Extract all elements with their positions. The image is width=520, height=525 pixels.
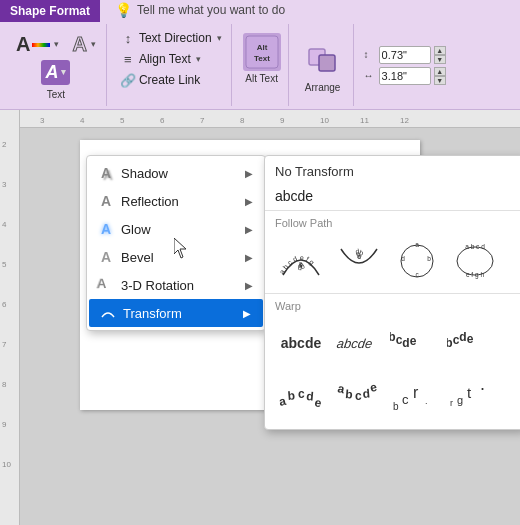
- create-link-button[interactable]: 🔗 Create Link: [115, 70, 227, 90]
- text-outline-caret: ▾: [91, 39, 96, 49]
- reflection-icon: A: [97, 192, 115, 210]
- shadow-icon: A: [97, 164, 115, 182]
- bevel-label: Bevel: [121, 250, 154, 265]
- menu-item-glow[interactable]: A Glow ▶: [87, 215, 265, 243]
- text-outline-a: A: [72, 33, 86, 56]
- menu-item-transform[interactable]: Transform ▶: [89, 299, 263, 327]
- svg-text:abcde: abcde: [390, 330, 417, 350]
- width-up-arrow[interactable]: ▲: [434, 46, 446, 55]
- create-link-icon: 🔗: [120, 72, 136, 88]
- ruler-tick: 11: [360, 116, 369, 125]
- arrange-button[interactable]: Arrange: [299, 36, 347, 94]
- text-fill-caret: ▾: [54, 39, 59, 49]
- warp-item-straight[interactable]: abcde: [275, 318, 327, 366]
- ruler-tick: 12: [400, 116, 409, 125]
- transform-circle[interactable]: a b c d: [391, 235, 443, 287]
- no-transform-label: No Transform: [275, 164, 354, 179]
- height-input[interactable]: [379, 67, 431, 85]
- svg-text:a b c d e f g: a b c d e f g: [278, 254, 316, 275]
- ruler-tick: 10: [320, 116, 329, 125]
- text-outline-button[interactable]: A ▾: [68, 31, 99, 58]
- svg-text:a: a: [415, 241, 419, 248]
- height-icon: ↔: [364, 70, 376, 81]
- dimension-group: ↕ ▲ ▼ ↔ ▲ ▼: [358, 24, 452, 106]
- transform-loop[interactable]: a b c d e f g h: [449, 235, 501, 287]
- align-text-button[interactable]: ≡ Align Text ▾: [115, 49, 227, 69]
- tell-me-bar[interactable]: 💡 Tell me what you want to do: [115, 2, 285, 18]
- text-fill-group: A ▾ A ▾ A ▾ Text: [6, 24, 107, 106]
- warp-grid-row1: abcde abcde abcde: [265, 314, 520, 370]
- svg-text:r: r: [413, 384, 419, 401]
- ruler-vertical: 2 3 4 5 6 7 8 9 10: [0, 110, 20, 525]
- svg-text:t: t: [467, 384, 472, 401]
- text-fill-button[interactable]: A ▾: [12, 31, 63, 58]
- transform-chevron: ▶: [243, 308, 251, 319]
- height-up-arrow[interactable]: ▲: [434, 67, 446, 76]
- ribbon: Shape Format 💡 Tell me what you want to …: [0, 0, 520, 110]
- warp-item-arc-down2[interactable]: a b c d e: [332, 374, 384, 422]
- svg-text:r: r: [450, 398, 453, 408]
- warp-item-wave-bottom[interactable]: abcde: [446, 318, 498, 366]
- reflection-item-left: A Reflection: [97, 192, 179, 210]
- svg-text:·: ·: [480, 378, 485, 398]
- warp-item-wave-top[interactable]: abcde: [389, 318, 441, 366]
- ruler-v-tick: 2: [2, 140, 6, 149]
- shape-format-tab[interactable]: Shape Format: [0, 0, 100, 22]
- ruler-v-tick: 7: [2, 340, 6, 349]
- no-transform-item[interactable]: No Transform: [265, 159, 520, 184]
- warp-item-rgt[interactable]: r g t ·: [446, 374, 498, 422]
- text-options-group: ↕ Text Direction ▾ ≡ Align Text ▾ 🔗 Crea…: [111, 24, 232, 106]
- text-options-row: ↕ Text Direction ▾ ≡ Align Text ▾ 🔗 Crea…: [115, 28, 227, 90]
- transform-arc-down[interactable]: a b c d e: [333, 235, 385, 287]
- ruler-tick: 6: [160, 116, 164, 125]
- bevel-chevron: ▶: [245, 252, 253, 263]
- svg-text:c: c: [298, 387, 305, 401]
- create-link-label: Create Link: [139, 73, 200, 87]
- 3d-rotation-icon: A: [96, 275, 114, 295]
- alt-text-button[interactable]: Alt Text Alt Text: [240, 28, 284, 86]
- ruler-tick: 5: [120, 116, 124, 125]
- text-direction-caret: ▾: [217, 33, 222, 43]
- ruler-v-tick: 6: [2, 300, 6, 309]
- transform-arc-up[interactable]: a b c d e f g a b c d e: [275, 235, 327, 287]
- arrange-label: Arrange: [305, 82, 341, 93]
- svg-text:b: b: [393, 401, 399, 412]
- ruler-v-tick: 8: [2, 380, 6, 389]
- ruler-v-tick: 5: [2, 260, 6, 269]
- glow-label: Glow: [121, 222, 151, 237]
- align-text-caret: ▾: [196, 54, 201, 64]
- ribbon-content: A ▾ A ▾ A ▾ Text ↕ Text Direction: [6, 24, 514, 106]
- ruler-tick: 9: [280, 116, 284, 125]
- menu-item-3d-rotation[interactable]: A 3-D Rotation ▶: [87, 271, 265, 299]
- menu-item-reflection[interactable]: A Reflection ▶: [87, 187, 265, 215]
- reflection-chevron: ▶: [245, 196, 253, 207]
- follow-path-section: Follow Path: [265, 213, 520, 231]
- warp-item-slant[interactable]: abcde: [332, 318, 384, 366]
- ruler-v-tick: 3: [2, 180, 6, 189]
- svg-rect-0: [246, 36, 278, 68]
- text-effects-button[interactable]: A ▾: [41, 60, 70, 85]
- width-input[interactable]: [379, 46, 431, 64]
- menu-item-shadow[interactable]: A Shadow ▶: [87, 159, 265, 187]
- width-down-arrow[interactable]: ▼: [434, 55, 446, 64]
- ruler-tick: 7: [200, 116, 204, 125]
- text-direction-icon: ↕: [120, 30, 136, 46]
- svg-text:e: e: [313, 395, 323, 410]
- svg-text:c: c: [402, 392, 409, 407]
- text-effects-caret: ▾: [61, 67, 66, 77]
- alt-text-group: Alt Text Alt Text: [236, 24, 289, 106]
- svg-text:abcde: abcde: [336, 336, 373, 351]
- text-direction-button[interactable]: ↕ Text Direction ▾: [115, 28, 227, 48]
- ruler-horizontal: 3 4 5 6 7 8 9 10 11 12: [20, 110, 520, 128]
- tell-me-text: Tell me what you want to do: [137, 3, 285, 17]
- abcde-plain-item[interactable]: abcde: [265, 184, 520, 208]
- svg-text:.: .: [425, 396, 428, 406]
- submenu-divider-2: [265, 293, 520, 294]
- menu-item-bevel[interactable]: A Bevel ▶: [87, 243, 265, 271]
- glow-chevron: ▶: [245, 224, 253, 235]
- warp-item-squeeze[interactable]: b c r .: [389, 374, 441, 422]
- transform-submenu: No Transform abcde Follow Path a b c d e…: [264, 155, 520, 430]
- height-down-arrow[interactable]: ▼: [434, 76, 446, 85]
- svg-text:Alt: Alt: [256, 43, 267, 52]
- warp-item-arc2[interactable]: a b c d e: [275, 374, 327, 422]
